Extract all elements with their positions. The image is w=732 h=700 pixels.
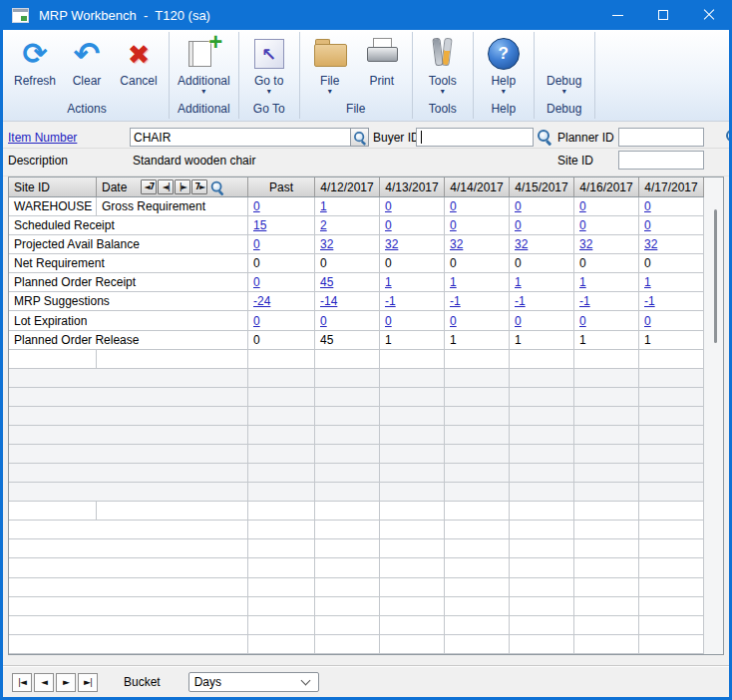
description-label: Description: [8, 154, 68, 168]
value-link[interactable]: 32: [579, 237, 592, 251]
grid-cell-value: [315, 407, 380, 425]
grid-cell-value: 1: [510, 273, 574, 291]
value-link[interactable]: 0: [253, 314, 260, 328]
value-link[interactable]: 15: [253, 218, 266, 232]
folder-icon: [308, 33, 352, 75]
grid-cell-value: -1: [574, 292, 639, 310]
toolbar-button-tools[interactable]: Tools▾: [418, 33, 468, 96]
value-link[interactable]: 0: [385, 199, 392, 213]
grid-row-empty: [9, 445, 704, 464]
value-link[interactable]: 0: [450, 314, 457, 328]
grid-cell-value: [639, 388, 704, 406]
value-link[interactable]: 0: [253, 199, 260, 213]
maximize-button[interactable]: [640, 0, 686, 30]
value-link[interactable]: 0: [515, 314, 522, 328]
buyer-id-lookup-icon[interactable]: [537, 129, 552, 145]
value-link[interactable]: 32: [450, 237, 463, 251]
planner-id-input[interactable]: [618, 128, 704, 147]
value-link[interactable]: -1: [515, 294, 526, 308]
value-link[interactable]: 32: [515, 237, 528, 251]
value-link[interactable]: 0: [644, 218, 651, 232]
toolbar-button-go-to[interactable]: Go to▾: [244, 33, 294, 96]
value-link[interactable]: 0: [253, 275, 260, 289]
toolbar-group-caption: Additional: [175, 102, 233, 121]
date-back-week-button[interactable]: ◄7: [141, 179, 157, 194]
date-back-day-button[interactable]: ◄|: [158, 179, 174, 194]
grid-cell-row-label: [9, 445, 248, 463]
date-forward-day-button[interactable]: |►: [175, 179, 190, 194]
bucket-dropdown[interactable]: Days: [188, 672, 319, 692]
grid-header-date-label: Date: [102, 180, 127, 194]
value-link[interactable]: 32: [320, 237, 333, 251]
grid-cell-value: [315, 483, 380, 501]
value-link[interactable]: 1: [320, 199, 327, 213]
minimize-button[interactable]: [594, 0, 640, 30]
value-link[interactable]: 45: [320, 275, 333, 289]
value-link[interactable]: 1: [515, 275, 522, 289]
value-link[interactable]: 0: [385, 314, 392, 328]
toolbar-button-file[interactable]: File▾: [305, 33, 355, 96]
grid-cell-value: [248, 616, 315, 634]
value-link[interactable]: 32: [385, 237, 398, 251]
value-link[interactable]: 0: [515, 218, 522, 232]
value-link[interactable]: 0: [579, 314, 586, 328]
grid-cell-value: 32: [639, 235, 704, 253]
value-link[interactable]: -1: [450, 294, 461, 308]
value-link[interactable]: 0: [450, 218, 457, 232]
value-link[interactable]: -1: [579, 294, 590, 308]
toolbar-button-debug[interactable]: Debug▾: [540, 33, 589, 96]
record-last-button[interactable]: ►|: [78, 673, 98, 692]
date-lookup-icon[interactable]: [210, 179, 224, 193]
toolbar-button-clear[interactable]: Clear: [62, 33, 112, 88]
item-number-input[interactable]: [130, 128, 351, 147]
grid-cell-value: [380, 464, 445, 482]
app-window: MRP Workbench - T120 (sa) RefreshClearCa…: [0, 0, 732, 700]
site-id-input[interactable]: [618, 151, 704, 170]
value-link[interactable]: 0: [320, 314, 327, 328]
grid-cell-row-label: [9, 407, 248, 425]
value-link[interactable]: -1: [385, 294, 396, 308]
value-link[interactable]: 0: [253, 237, 260, 251]
value-link[interactable]: 0: [450, 199, 457, 213]
record-previous-button[interactable]: ◄: [34, 673, 54, 692]
grid-scrollbar-thumb[interactable]: [714, 209, 717, 343]
value-link[interactable]: 0: [579, 218, 586, 232]
grid-cell-value: [445, 635, 510, 653]
toolbar-button-help[interactable]: Help▾: [479, 33, 529, 96]
value-link[interactable]: 0: [385, 218, 392, 232]
value-link[interactable]: 1: [579, 275, 586, 289]
item-number-label[interactable]: Item Number: [8, 131, 77, 145]
item-number-lookup-button[interactable]: [350, 128, 369, 147]
value-link[interactable]: 0: [644, 199, 651, 213]
value-link[interactable]: 1: [450, 275, 457, 289]
value-link[interactable]: 1: [644, 275, 651, 289]
grid-cell-value: -1: [510, 292, 574, 310]
value-link[interactable]: 1: [385, 275, 392, 289]
value-link[interactable]: -1: [644, 294, 655, 308]
value-link[interactable]: 0: [515, 199, 522, 213]
grid-cell-value: [574, 558, 639, 576]
grid-cell-value: [248, 483, 315, 501]
planner-id-lookup-icon[interactable]: [725, 129, 729, 145]
date-forward-week-button[interactable]: 7►: [191, 179, 207, 194]
value-link[interactable]: 0: [644, 314, 651, 328]
grid-cell-value: [639, 426, 704, 444]
buyer-id-input[interactable]: [416, 128, 534, 147]
grid-row-empty: [9, 558, 704, 577]
value-link[interactable]: -14: [320, 294, 337, 308]
record-next-button[interactable]: ►: [56, 673, 76, 692]
value-link[interactable]: -24: [253, 294, 270, 308]
record-first-button[interactable]: |◄: [12, 673, 32, 692]
toolbar-button-additional[interactable]: Additional▾: [175, 33, 233, 96]
toolbar-button-print[interactable]: Print: [357, 33, 407, 96]
grid-row: MRP Suggestions-24-14-1-1-1-1-1: [9, 292, 704, 311]
grid-cell-value: 45: [315, 273, 380, 291]
value-link[interactable]: 2: [320, 218, 327, 232]
toolbar-button-refresh[interactable]: Refresh: [10, 33, 60, 88]
value-link[interactable]: 0: [579, 199, 586, 213]
value-link[interactable]: 32: [644, 237, 657, 251]
toolbar-button-cancel[interactable]: Cancel: [114, 33, 164, 88]
grid-cell-row-label: Scheduled Receipt: [9, 216, 248, 234]
close-button[interactable]: [686, 0, 732, 30]
grid-scrollbar-track[interactable]: [704, 177, 723, 654]
